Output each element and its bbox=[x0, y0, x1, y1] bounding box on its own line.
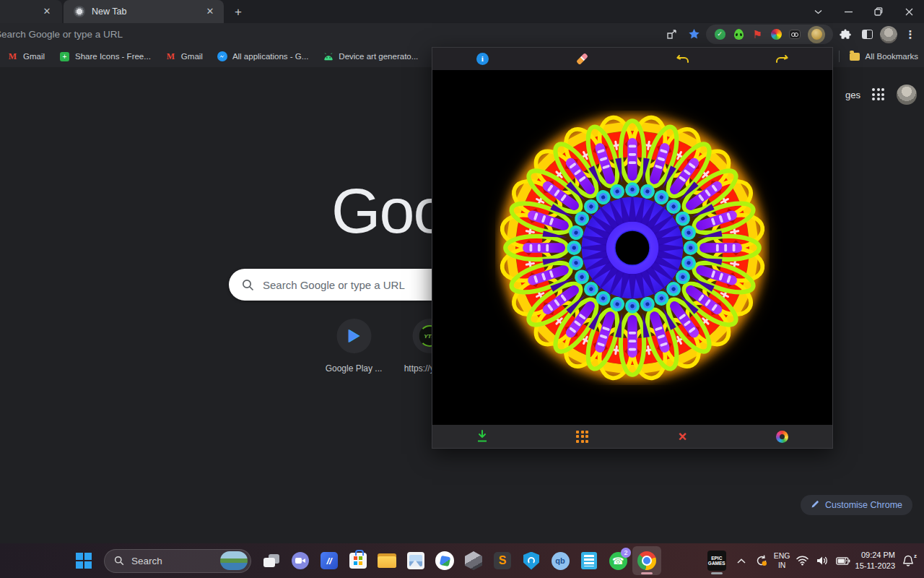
chrome-favicon-icon bbox=[74, 6, 85, 17]
chrome-app[interactable] bbox=[632, 546, 661, 575]
notepad-plus-app[interactable] bbox=[575, 546, 603, 575]
search-icon bbox=[114, 556, 124, 566]
kaleidoscope-drawing bbox=[495, 111, 770, 385]
google-play-icon bbox=[349, 329, 359, 342]
tab-new-tab[interactable]: New Tab ✕ bbox=[64, 0, 224, 23]
whatsapp-app[interactable]: ☎ 2 bbox=[603, 546, 632, 575]
redo-icon[interactable] bbox=[733, 53, 833, 64]
popup-bottom-toolbar: × bbox=[432, 425, 832, 448]
sublime-text-app[interactable]: S bbox=[488, 546, 517, 575]
restore-button[interactable] bbox=[863, 0, 894, 23]
photos-app[interactable] bbox=[401, 546, 430, 575]
movies-tv-app[interactable]: // bbox=[315, 546, 344, 575]
screen: ✕ New Tab ✕ + Search Google or type a UR… bbox=[0, 0, 924, 578]
bookmark-item[interactable]: M Gmail bbox=[165, 51, 203, 62]
tab-title: New Tab bbox=[92, 7, 204, 17]
share-icon[interactable] bbox=[663, 25, 681, 44]
menu-kebab-icon[interactable]: ⋮ bbox=[901, 25, 920, 44]
goggles-icon[interactable] bbox=[789, 29, 801, 40]
flag-icon[interactable]: ⚑ bbox=[751, 29, 763, 40]
eraser-icon[interactable] bbox=[533, 53, 633, 65]
bookmark-item[interactable]: All applications - G... bbox=[217, 51, 308, 61]
popup-top-toolbar: i bbox=[432, 48, 832, 70]
language-indicator[interactable]: ENG IN bbox=[774, 551, 790, 570]
shortcut-google-play[interactable]: Google Play ... bbox=[316, 319, 392, 374]
microsoft-store-app[interactable] bbox=[344, 546, 372, 575]
side-panel-icon[interactable] bbox=[858, 25, 876, 44]
customize-chrome-button[interactable]: Customise Chrome bbox=[801, 495, 912, 515]
tray-date: 15-11-2023 bbox=[855, 561, 895, 571]
chat-button[interactable] bbox=[286, 546, 315, 575]
color-wheel-icon[interactable] bbox=[770, 29, 782, 40]
close-x-icon[interactable]: × bbox=[632, 429, 733, 444]
info-icon[interactable]: i bbox=[432, 53, 533, 65]
focus-assist-z: z bbox=[914, 553, 917, 559]
hotspot-shield-app[interactable] bbox=[517, 546, 546, 575]
volume-icon[interactable] bbox=[815, 546, 831, 575]
green-square-icon: + bbox=[59, 51, 70, 62]
new-tab-button[interactable]: + bbox=[231, 5, 245, 20]
folder-icon bbox=[850, 53, 860, 61]
bookmark-item[interactable]: M Gmail bbox=[7, 51, 45, 62]
close-button[interactable] bbox=[894, 0, 924, 23]
tab-close-icon[interactable]: ✕ bbox=[204, 5, 217, 18]
shield-check-icon[interactable]: ✓ bbox=[714, 29, 725, 40]
file-explorer-app[interactable] bbox=[372, 546, 401, 575]
tray-chevron-up-icon[interactable] bbox=[733, 546, 749, 575]
clock[interactable]: 09:24 PM 15-11-2023 bbox=[855, 550, 895, 571]
messenger-icon bbox=[217, 51, 227, 61]
epic-games-app[interactable]: EPIC GAMES bbox=[705, 546, 729, 575]
minimize-button[interactable] bbox=[833, 0, 863, 23]
omnibox-placeholder[interactable]: Search Google or type a URL bbox=[0, 29, 123, 40]
battery-icon[interactable] bbox=[835, 546, 851, 575]
qbittorrent-app[interactable]: qb bbox=[546, 546, 575, 575]
android-icon bbox=[323, 51, 334, 62]
active-indicator bbox=[711, 572, 723, 574]
search-highlight-image bbox=[220, 551, 248, 570]
prism-app[interactable] bbox=[459, 546, 488, 575]
sync-update-icon[interactable] bbox=[754, 546, 770, 575]
bookmark-item[interactable]: + Share Icons - Free... bbox=[59, 51, 151, 62]
taskbar-search-placeholder: Search bbox=[131, 556, 220, 566]
window-chevron-icon[interactable] bbox=[803, 0, 833, 23]
task-view-button[interactable] bbox=[257, 546, 286, 575]
bookmark-star-icon[interactable] bbox=[684, 25, 703, 44]
address-bar[interactable]: Search Google or type a URL ✓ ⚑ ⋮ bbox=[0, 23, 924, 46]
pencil-icon bbox=[811, 500, 819, 511]
system-tray: EPIC GAMES ENG IN 09:24 bbox=[705, 543, 924, 578]
divider bbox=[839, 51, 840, 62]
color-flower-icon[interactable] bbox=[733, 431, 833, 443]
google-apps-grid-icon[interactable] bbox=[872, 88, 885, 101]
download-icon[interactable] bbox=[432, 430, 533, 443]
notification-bell-icon[interactable]: z bbox=[899, 546, 917, 575]
android-studio-app[interactable] bbox=[430, 546, 459, 575]
all-bookmarks-button[interactable]: All Bookmarks bbox=[866, 52, 919, 61]
kaleidoscope-extension-icon[interactable] bbox=[808, 26, 825, 43]
kaleidoscope-popup: i × bbox=[432, 47, 833, 449]
taskbar-search[interactable]: Search bbox=[104, 549, 251, 573]
gmail-icon: M bbox=[165, 51, 176, 62]
gmail-icon: M bbox=[7, 51, 18, 62]
tab-strip: ✕ New Tab ✕ + bbox=[0, 0, 924, 23]
kaleidoscope-canvas[interactable] bbox=[432, 70, 832, 426]
undo-icon[interactable] bbox=[632, 53, 733, 64]
tray-time: 09:24 PM bbox=[855, 550, 895, 561]
wifi-icon[interactable] bbox=[795, 546, 811, 575]
tab-close-icon[interactable]: ✕ bbox=[40, 5, 53, 18]
start-button[interactable] bbox=[69, 546, 98, 575]
profile-avatar[interactable] bbox=[879, 25, 898, 44]
dots-grid-icon[interactable] bbox=[533, 431, 633, 443]
active-indicator bbox=[641, 572, 653, 574]
profile-avatar[interactable] bbox=[897, 85, 917, 105]
whatsapp-badge: 2 bbox=[621, 548, 631, 558]
ntp-search-placeholder: Search Google or type a URL bbox=[263, 279, 405, 291]
alien-icon[interactable] bbox=[733, 29, 744, 40]
taskbar: Search // S qb ☎ 2 EPIC GAMES bbox=[0, 543, 924, 578]
images-link[interactable]: ges bbox=[845, 90, 860, 100]
extensions-puzzle-icon[interactable] bbox=[836, 25, 855, 44]
tab-partial[interactable]: ✕ bbox=[0, 0, 62, 23]
search-icon bbox=[242, 279, 254, 291]
window-controls bbox=[803, 0, 924, 23]
pinned-extensions-group: ✓ ⚑ bbox=[706, 25, 833, 44]
bookmark-item[interactable]: Device art generato... bbox=[323, 51, 418, 62]
